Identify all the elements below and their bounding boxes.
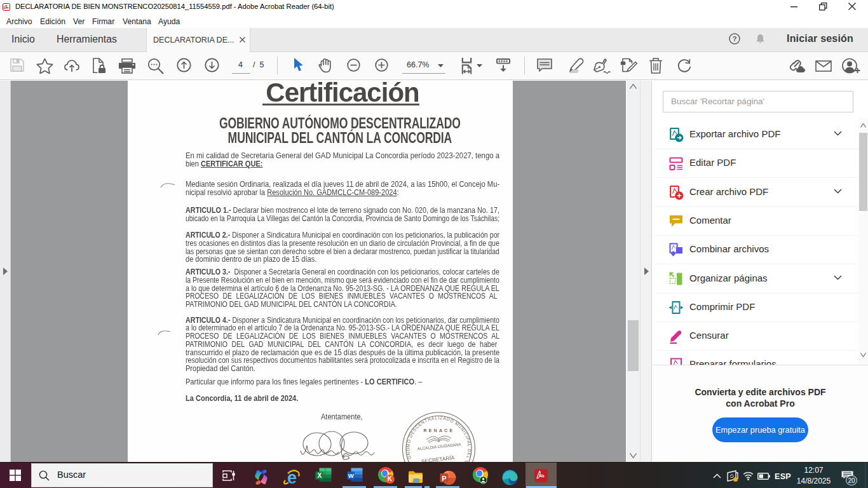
svg-text:SECRETARÍA: SECRETARÍA: [421, 454, 456, 462]
svg-text:RENACE: RENACE: [424, 428, 455, 433]
svg-text:X: X: [317, 471, 322, 478]
svg-text:?: ?: [733, 35, 737, 43]
svg-text:W: W: [348, 471, 354, 478]
svg-text:P: P: [442, 474, 446, 482]
svg-text:ONOMO DESCENTRALIZADO MUNICIPA: ONOMO DESCENTRALIZADO MUNICIPAL DEL CANT…: [397, 409, 472, 462]
svg-text:e: e: [287, 469, 297, 486]
svg-text:ALCALDIA CIUDADANA: ALCALDIA CIUDADANA: [417, 442, 461, 451]
